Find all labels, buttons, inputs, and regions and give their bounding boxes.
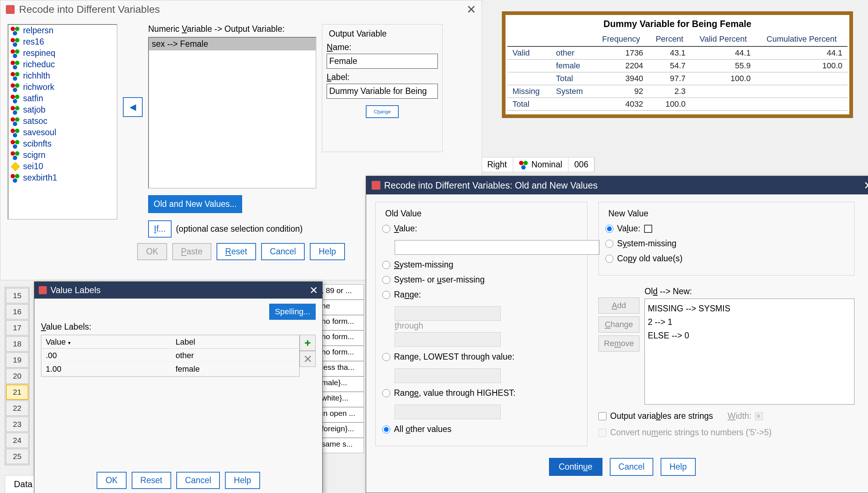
name-input[interactable] [327,54,438,69]
row-17[interactable]: 17 [6,320,29,335]
output-strings-checkbox[interactable] [598,412,606,420]
mapping-listbox[interactable]: MISSING --> SYSMIS 2 --> 1 ELSE --> 0 [645,299,854,405]
frag-5: less tha... [319,361,364,376]
row-22[interactable]: 22 [6,401,29,416]
old-value-group: Old Value Value: System-missing System- … [375,202,587,446]
old-sysmiss-radio[interactable] [382,261,390,269]
new-value-input[interactable] [644,225,652,233]
width-label: Width: [728,411,751,421]
row-19[interactable]: 19 [6,352,29,368]
label-label: Label: [327,72,438,82]
var-sei10[interactable]: sei10 [8,161,117,172]
row-20[interactable]: 20 [6,368,29,384]
row-21-selected[interactable]: 21 [6,384,29,400]
col-frequency: Frequency [594,32,649,46]
close-icon[interactable]: ✕ [466,3,476,16]
width-input [755,412,763,420]
code-006[interactable]: 006 [568,158,594,172]
range-to-input [395,332,501,347]
old-sysuser-radio[interactable] [382,276,390,284]
var-sexbirth1[interactable]: sexbirth1 [8,172,117,183]
range-lowest-input [395,368,501,383]
cancel-button[interactable]: Cancel [610,458,654,476]
reset-button[interactable]: Reset [132,472,171,489]
dialog-titlebar[interactable]: Recode into Different Variables ✕ [0,0,482,19]
dialog-title: Recode into Different Variables [19,4,160,15]
if-button[interactable]: If... [148,220,172,238]
old-new-values-button[interactable]: Old and New Values... [148,195,242,213]
measure-row: Right Nominal 006 [481,157,595,172]
old-value-input[interactable] [395,240,600,255]
var-richhlth[interactable]: richhlth [8,70,117,81]
row-23[interactable]: 23 [6,417,29,432]
spelling-button[interactable]: Spelling... [269,304,316,320]
reset-button[interactable]: Reset [217,243,256,260]
var-richeduc[interactable]: richeduc [8,59,117,70]
var-res16[interactable]: res16 [8,36,117,48]
help-button[interactable]: Help [661,458,695,476]
cat-other: other [551,46,594,60]
old-allother-radio[interactable] [382,425,390,433]
col-label[interactable]: Label [172,336,298,349]
var-scigrn[interactable]: scigrn [8,149,117,161]
var-satjob[interactable]: satjob [8,104,117,115]
row-16[interactable]: 16 [6,304,29,319]
value-labels-dialog: Value Labels ✕ Spelling... Value Labels:… [34,281,323,493]
ok-button[interactable]: OK [97,472,126,489]
add-row-button[interactable]: + [300,335,316,351]
old-range-radio[interactable] [382,291,390,299]
mapping-else-0[interactable]: ELSE --> 0 [648,329,851,342]
frag-0: , 89 or ... [319,284,364,300]
old-range-lowest-radio[interactable] [382,353,390,361]
align-right[interactable]: Right [481,158,513,172]
label-input[interactable] [327,84,438,99]
measure-nominal[interactable]: Nominal [513,158,568,172]
map-sex-female[interactable]: sex --> Female [149,38,316,50]
old-range-highest-radio[interactable] [382,389,390,397]
change-button[interactable]: Change [366,105,399,118]
numeric-var-label: Numeric Variable -> Output Variable: [148,24,316,34]
nominal-icon [11,60,20,69]
cat-system: System [551,85,594,98]
var-relpersn[interactable]: relpersn [8,25,117,36]
variable-list[interactable]: relpersn res16 respineq richeduc richhlt… [8,24,117,220]
dialog-titlebar[interactable]: Recode into Different Variables: Old and… [366,176,868,194]
var-satfin[interactable]: satfin [8,93,117,104]
mapping-missing[interactable]: MISSING --> SYSMIS [648,302,851,315]
frag-4: no form... [319,346,364,361]
frag-8: in open ... [319,407,364,422]
new-value-radio[interactable] [605,225,613,233]
col-value[interactable]: Value ▾ [42,336,171,349]
old-value-radio[interactable] [382,225,390,233]
output-frequency-table: Dummy Variable for Being Female Frequenc… [502,11,853,118]
cancel-button[interactable]: Cancel [176,472,220,489]
move-left-button[interactable]: ◄ [123,97,143,117]
close-icon[interactable]: ✕ [864,179,868,192]
var-satsoc[interactable]: satsoc [8,115,117,127]
var-richwork[interactable]: richwork [8,81,117,93]
output-group-label: Output Variable [327,29,389,39]
dialog-titlebar[interactable]: Value Labels ✕ [34,282,322,299]
row-25[interactable]: 25 [6,449,29,464]
help-button[interactable]: Help [225,472,260,489]
new-copy-radio[interactable] [605,255,613,263]
help-button[interactable]: Help [310,243,345,260]
ok-button: OK [137,243,167,260]
close-icon[interactable]: ✕ [309,284,318,296]
cancel-button[interactable]: Cancel [261,243,305,260]
var-scibnfts[interactable]: scibnfts [8,138,117,149]
row-24[interactable]: 24 [6,433,29,448]
mapping-list[interactable]: sex --> Female [148,37,316,189]
dialog-title: Value Labels [50,285,101,295]
value-labels-table[interactable]: Value ▾Label .00other 1.00female [41,335,300,377]
old-new-values-dialog: Recode into Different Variables: Old and… [366,176,868,493]
new-sysmiss-radio[interactable] [605,240,613,248]
row-15[interactable]: 15 [6,288,29,303]
row-18[interactable]: 18 [6,336,29,352]
nominal-icon [11,128,20,137]
mapping-2-1[interactable]: 2 --> 1 [648,315,851,329]
continue-button[interactable]: Continue [549,458,602,476]
remove-row-button[interactable]: ✕ [300,351,316,367]
var-savesoul[interactable]: savesoul [8,127,117,138]
var-respineq[interactable]: respineq [8,48,117,59]
